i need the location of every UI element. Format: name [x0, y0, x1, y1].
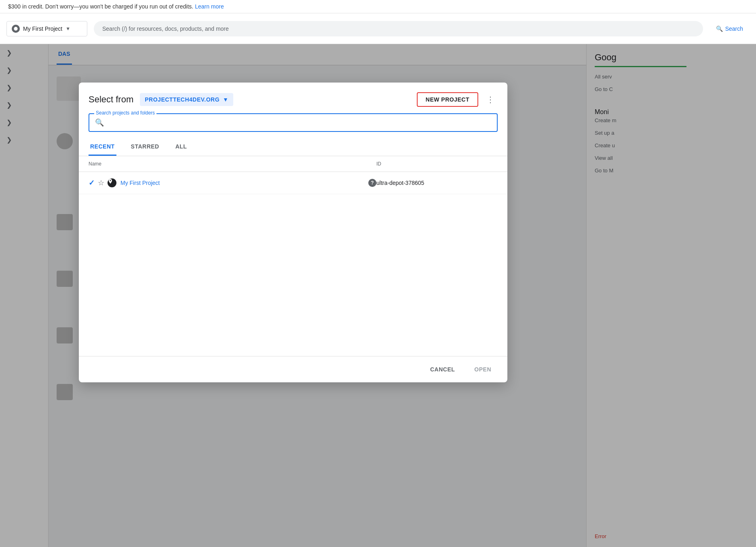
org-selector[interactable]: PROJECTTECH4DEV.ORG ▼ — [140, 93, 233, 106]
project-select-modal: Select from PROJECTTECH4DEV.ORG ▼ NEW PR… — [79, 83, 507, 382]
new-project-button[interactable]: NEW PROJECT — [417, 92, 478, 107]
project-selector-label: My First Project — [23, 25, 62, 32]
col-id-header: ID — [376, 161, 498, 167]
project-selector[interactable]: My First Project ▼ — [6, 21, 87, 36]
table-row[interactable]: ✓ ☆ My First Project ? ultra-depot-37860… — [79, 172, 507, 194]
notification-text: $300 in credit. Don't worry—you won't be… — [8, 3, 193, 10]
search-field-label: Search projects and folders — [94, 110, 156, 116]
search-icon: 🔍 — [716, 25, 723, 32]
modal-footer: CANCEL OPEN — [79, 356, 507, 382]
tab-all[interactable]: ALL — [174, 138, 189, 156]
search-button-label: Search — [725, 25, 743, 32]
notification-bar: $300 in credit. Don't worry—you won't be… — [0, 0, 756, 13]
row-check-icon: ✓ — [89, 178, 95, 187]
project-name-link[interactable]: My First Project — [120, 180, 365, 186]
modal-header-actions: NEW PROJECT ⋮ — [417, 92, 498, 107]
modal-search-container: Search projects and folders 🔍 — [79, 113, 507, 138]
search-button[interactable]: 🔍 Search — [710, 22, 750, 35]
more-vert-icon: ⋮ — [486, 95, 494, 104]
row-star-icon[interactable]: ☆ — [98, 178, 104, 187]
learn-more-link[interactable]: Learn more — [195, 3, 224, 10]
app-header: My First Project ▼ Search (/) for resour… — [0, 13, 756, 44]
tab-starred[interactable]: STARRED — [129, 138, 161, 156]
table-header: Name ID — [79, 156, 507, 172]
modal-title: Select from — [89, 94, 133, 105]
search-bar-placeholder: Search (/) for resources, docs, products… — [102, 25, 229, 32]
org-selector-arrow-icon: ▼ — [223, 96, 228, 103]
global-search-bar[interactable]: Search (/) for resources, docs, products… — [94, 21, 703, 36]
projects-table: Name ID ✓ ☆ My First Project ? ultra-dep… — [79, 156, 507, 194]
modal-tabs: RECENT STARRED ALL — [79, 138, 507, 156]
open-button: OPEN — [468, 363, 498, 376]
tab-recent[interactable]: RECENT — [89, 138, 116, 156]
table-empty-space — [79, 194, 507, 356]
svg-point-0 — [14, 27, 17, 30]
project-selector-arrow-icon: ▼ — [65, 26, 70, 32]
search-icon-modal: 🔍 — [95, 118, 104, 127]
modal-header: Select from PROJECTTECH4DEV.ORG ▼ NEW PR… — [79, 83, 507, 113]
project-id: ultra-depot-378605 — [376, 180, 498, 186]
row-project-icon — [108, 178, 116, 187]
main-area: ❯ ❯ ❯ ❯ ❯ ❯ DAS — [0, 44, 756, 547]
more-options-button[interactable]: ⋮ — [483, 92, 498, 107]
cancel-button[interactable]: CANCEL — [424, 363, 461, 376]
col-name-header: Name — [89, 161, 376, 167]
search-field-wrapper: Search projects and folders 🔍 — [89, 113, 498, 132]
help-icon[interactable]: ? — [368, 179, 376, 187]
search-field-inner: 🔍 — [89, 114, 497, 131]
project-selector-icon — [12, 25, 20, 33]
org-selector-label: PROJECTTECH4DEV.ORG — [145, 96, 220, 103]
search-projects-input[interactable] — [108, 119, 491, 126]
